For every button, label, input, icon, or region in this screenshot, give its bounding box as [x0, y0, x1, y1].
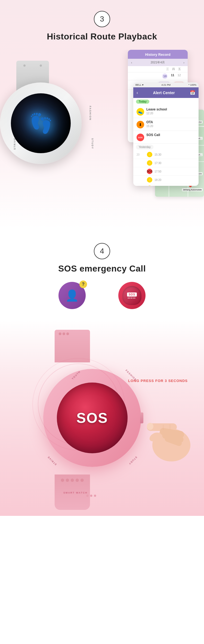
y-icon-5: ⭐ — [147, 186, 152, 186]
sos-shield-icon: SOS — [118, 282, 146, 309]
sos-lines — [128, 298, 136, 298]
sos-title: SOS Call — [146, 133, 195, 137]
cal-10: 10 — [162, 73, 168, 79]
back-arrow[interactable]: ‹ — [137, 90, 138, 95]
leave-icon: 👟 — [137, 108, 144, 116]
ota-title: OTA — [146, 120, 195, 124]
yesterday-item-2: ⭐ 17:30 — [133, 159, 199, 167]
dot-3 — [94, 495, 96, 497]
cal-11: 11 — [171, 73, 174, 79]
question-badge: ? — [79, 281, 87, 288]
pink-watch-screen: SOS — [57, 383, 128, 453]
pink-watch-scene: LONG PRESS FOR 3 SECONDS YOUTH FASHION S… — [0, 320, 204, 516]
alert-status-bar: BELL ♥ 4:21 PM * 100% — [133, 82, 199, 87]
ota-icon: ⬇ — [137, 121, 144, 128]
pink-band-top — [55, 330, 90, 362]
section3-title: Historical Route Playback — [0, 32, 204, 42]
col-blank — [184, 67, 185, 71]
cal-12: 12 — [178, 73, 181, 79]
pink-watch-outer: YOUTH FASHION STRIVE STUDY SOS — [43, 369, 141, 467]
alert-item-ota: ⬇ OTA 15:20 — [133, 118, 199, 131]
alert-item-leave: 👟 Leave school 12:20 — [133, 105, 199, 118]
hand-svg — [144, 385, 204, 467]
sos-display-text: SOS — [76, 410, 108, 426]
hand-container — [144, 385, 204, 467]
y-time-4: 18:20 — [154, 178, 161, 181]
y-time-1: 15:30 — [154, 153, 161, 156]
leave-time: 12:20 — [146, 112, 195, 115]
watch-side-button[interactable] — [140, 412, 143, 423]
leave-content: Leave school 12:20 — [146, 107, 195, 115]
watch-outer-3: YOUTH FASHION STRIVE STUDY 👣 — [0, 82, 82, 164]
leave-title: Leave school — [146, 107, 195, 111]
sos-icon: SOS — [137, 134, 144, 141]
watch-screen-3: 👣 — [11, 93, 71, 153]
person-question-symbol: 👤 — [65, 289, 79, 302]
status-time: 4:21 PM — [161, 84, 171, 86]
pink-label-study: STUDY — [128, 456, 138, 466]
sos-badge-text: SOS — [127, 292, 137, 297]
watch-label-study: STUDY — [91, 138, 94, 149]
yesterday-item-3: SOS 17:50 — [133, 167, 199, 176]
section4: 4 SOS emergency Call 👤 ? SOS LONG P — [0, 229, 204, 516]
y-icon-1: ⭐ — [147, 152, 152, 157]
alert-item-sos: SOS SOS Call — [133, 131, 199, 144]
status-right: * 100% — [188, 84, 196, 86]
history-subheader: ‹ 2021年4月 › — [128, 59, 188, 66]
pink-smart-watch-label: SMART WATCH — [63, 491, 88, 494]
section3: 3 Historical Route Playback YOUTH FASHIO… — [0, 0, 204, 229]
step-number-3: 3 — [94, 11, 110, 27]
sos-icons-row: 👤 ? SOS — [0, 282, 204, 309]
alert-header: ‹ Alert Center 📅 — [133, 87, 199, 98]
yesterday-item-5: ⭐ 19:19 — [133, 184, 199, 186]
today-badge: Today — [136, 100, 149, 104]
col-thu: 四 — [172, 67, 175, 71]
calendar-icon: 📅 — [190, 90, 195, 95]
status-left: BELL ♥ — [135, 84, 144, 86]
sos-shield-container: SOS — [118, 282, 146, 309]
yesterday-badge: Yesterday — [136, 145, 153, 149]
watch-scene-3: YOUTH FASHION STRIVE STUDY 👣 SMART WATCH — [0, 50, 204, 229]
prev-arrow[interactable]: ‹ — [131, 61, 132, 64]
svg-point-8 — [147, 423, 153, 430]
shield-shape: SOS — [122, 286, 141, 305]
section4-title: SOS emergency Call — [0, 264, 204, 274]
dot-2 — [90, 495, 92, 497]
yesterday-item-1: 20 ⭐ 15:30 — [133, 150, 199, 159]
step-number-4: 4 — [94, 243, 110, 259]
history-header: History Record — [128, 50, 188, 59]
sos-content: SOS Call — [146, 133, 195, 137]
footprint-icon: 👣 — [29, 112, 53, 134]
y-icon-2: ⭐ — [147, 160, 152, 166]
y-time-2: 17:30 — [154, 162, 161, 165]
dot-1 — [86, 495, 88, 497]
next-arrow[interactable]: › — [183, 61, 184, 64]
alert-title: Alert Center — [153, 91, 175, 95]
y-icon-3: SOS — [147, 169, 152, 174]
ota-time: 15:20 — [146, 125, 195, 128]
history-month: 2021年4月 — [151, 60, 165, 64]
cal-blank — [184, 73, 185, 79]
watch-label-fashion: FASHION — [89, 106, 92, 121]
col-wed: 三 — [166, 67, 169, 71]
pink-label-strive: STRIVE — [47, 455, 57, 466]
alert-phone: BELL ♥ 4:21 PM * 100% ‹ Alert Center 📅 T… — [133, 82, 199, 186]
watch-dots-row — [86, 497, 96, 502]
yesterday-item-4: ⭐ 18:20 — [133, 176, 199, 184]
person-question-container: 👤 ? — [58, 282, 86, 309]
watch-body-3: YOUTH FASHION STRIVE STUDY 👣 SMART WATCH — [0, 61, 106, 218]
col-fri: 五 — [178, 67, 181, 71]
ota-content: OTA 15:20 — [146, 120, 195, 128]
y-icon-4: ⭐ — [147, 177, 152, 183]
y-time-3: 17:50 — [154, 170, 161, 173]
y-num-20: 20 — [137, 153, 145, 156]
